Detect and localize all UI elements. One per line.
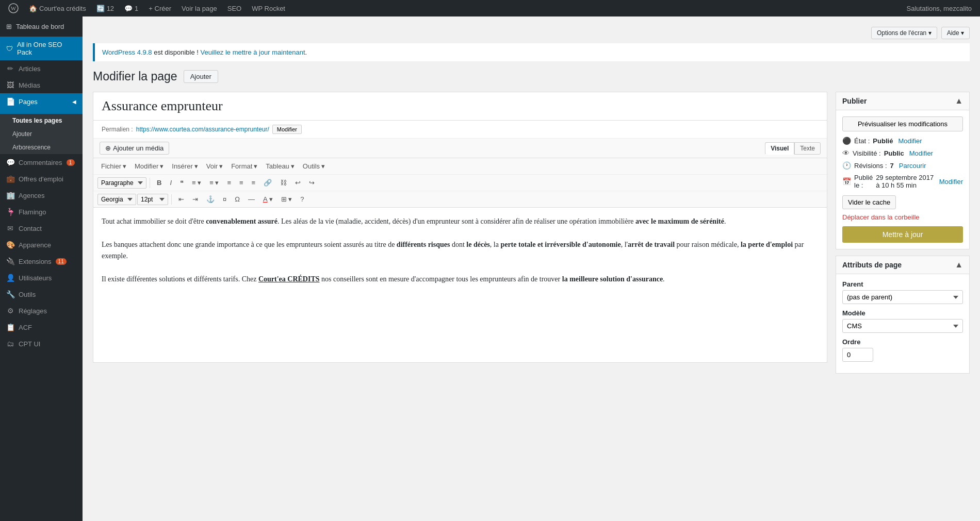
undo-button[interactable]: ↩ (291, 177, 304, 189)
preview-button[interactable]: Prévisualiser les modifications (842, 116, 963, 131)
font-color-button[interactable]: A ▾ (259, 193, 276, 205)
media-plus-icon: ⊕ (105, 144, 111, 152)
sidebar-item-reglages[interactable]: ⚙ Réglages (0, 302, 83, 319)
quote-button[interactable]: ❝ (176, 177, 187, 189)
ordre-input[interactable] (842, 348, 873, 362)
screen-options-button[interactable]: Options de l'écran (871, 27, 937, 39)
seo-item[interactable]: SEO (223, 5, 246, 12)
etat-field: ⚫ État : Publié Modifier (842, 137, 963, 145)
size-select[interactable]: 12pt (137, 194, 168, 205)
permalink-url[interactable]: https://www.courtea.com/assurance-emprun… (136, 126, 269, 133)
sidebar-item-apparence[interactable]: 🎨 Apparence (0, 237, 83, 253)
extensions-badge: 11 (56, 258, 67, 265)
svg-text:W: W (11, 5, 17, 11)
content-paragraph-2: Les banques attachent donc une grande im… (102, 239, 819, 262)
publish-panel-collapse[interactable]: ▲ (955, 96, 963, 106)
agences-icon: 🏢 (6, 191, 14, 199)
submenu-toutes-pages[interactable]: Toutes les pages (0, 114, 83, 127)
site-name-item[interactable]: 🏠 Court'ea crédits (25, 5, 90, 12)
revisions-link[interactable]: Parcourir (899, 162, 926, 170)
toolbar-tableau[interactable]: Tableau ▾ (262, 160, 298, 172)
align-center-button[interactable]: ≡ (236, 177, 247, 189)
deplacer-corbeille-link[interactable]: Déplacer dans la corbeille (842, 213, 920, 221)
paragraph-select[interactable]: Paragraphe (97, 177, 146, 189)
toolbar-fichier[interactable]: Fichier ▾ (97, 160, 130, 172)
modele-select[interactable]: CMS (842, 319, 963, 333)
view-page-item[interactable]: Voir la page (177, 5, 221, 12)
table-button[interactable]: ⊞ ▾ (277, 193, 296, 205)
symbol-button[interactable]: ¤ (219, 193, 230, 205)
link-button[interactable]: 🔗 (260, 177, 275, 189)
toolbar-modifier[interactable]: Modifier ▾ (131, 160, 167, 172)
redo-button[interactable]: ↪ (305, 177, 318, 189)
submenu-ajouter[interactable]: Ajouter (0, 127, 83, 141)
sidebar-item-utilisateurs[interactable]: 👤 Utilisateurs (0, 270, 83, 286)
vider-cache-button[interactable]: Vider le cache (842, 195, 896, 209)
updates-item[interactable]: 🔄 12 (92, 5, 118, 12)
wp-logo-item[interactable]: W (4, 3, 23, 13)
sidebar-item-medias[interactable]: 🖼 Médias (0, 77, 83, 93)
sidebar-item-commentaires[interactable]: 💬 Commentaires 1 (0, 154, 83, 171)
main-content: Options de l'écran Aide WordPress 4.9.8 … (83, 16, 980, 521)
toolbar-outils[interactable]: Outils ▾ (299, 160, 329, 172)
unlink-button[interactable]: ⛓ (276, 177, 290, 189)
mettre-a-jour-button[interactable]: Mettre à jour (842, 226, 963, 243)
sidebar-item-pages[interactable]: 📄 Pages ◀ Toutes les pages Ajouter Arbor… (0, 93, 83, 154)
visual-view-button[interactable]: Visuel (765, 142, 794, 155)
attributes-panel-collapse[interactable]: ▲ (955, 260, 963, 270)
wp-version-link[interactable]: WordPress 4.9.8 (102, 48, 152, 56)
articles-icon: ✏ (6, 64, 14, 73)
sidebar-item-flamingo[interactable]: 🦩 Flamingo (0, 204, 83, 220)
anchor-button[interactable]: ⚓ (203, 193, 218, 205)
help-button[interactable]: Aide (941, 27, 970, 39)
ul-button[interactable]: ≡ ▾ (188, 177, 205, 189)
sidebar-item-dashboard[interactable]: ⊞ Tableau de bord (0, 16, 83, 37)
commentaires-badge: 1 (67, 159, 75, 166)
permalink-edit-button[interactable]: Modifier (272, 125, 302, 134)
toolbar-format[interactable]: Format ▾ (227, 160, 261, 172)
submenu-arborescence[interactable]: Arborescence (0, 141, 83, 154)
extensions-icon: 🔌 (6, 257, 14, 265)
align-left-button[interactable]: ≡ (223, 177, 235, 189)
font-select[interactable]: Georgia (97, 194, 136, 205)
create-item[interactable]: + Créer (144, 5, 175, 12)
toolbar-voir[interactable]: Voir ▾ (203, 160, 226, 172)
sidebar-item-outils[interactable]: 🔧 Outils (0, 286, 83, 302)
etat-edit-link[interactable]: Modifier (898, 137, 922, 145)
sidebar-item-articles[interactable]: ✏ Articles (0, 60, 83, 77)
attributes-panel: Attributs de page ▲ Parent (pas de paren… (836, 256, 970, 374)
indent-button[interactable]: ⇥ (189, 193, 202, 205)
toolbar-inserer[interactable]: Insérer ▾ (168, 160, 201, 172)
updates-icon: 🔄 (96, 5, 105, 12)
omega-button[interactable]: Ω (231, 193, 243, 205)
editor-content-area[interactable]: Tout achat immobilier se doit d'être con… (93, 208, 827, 362)
sidebar-item-offres[interactable]: 💼 Offres d'emploi (0, 171, 83, 187)
add-media-button[interactable]: ⊕ Ajouter un média (100, 142, 169, 155)
outdent-button[interactable]: ⇤ (175, 193, 188, 205)
ol-button[interactable]: ≡ ▾ (206, 177, 222, 189)
reglages-icon: ⚙ (6, 307, 14, 315)
sidebar-item-agences[interactable]: 🏢 Agences (0, 187, 83, 204)
sidebar-item-aioseo[interactable]: 🛡 All in One SEO Pack (0, 37, 83, 60)
wprocket-item[interactable]: WP Rocket (248, 5, 289, 12)
hr-button[interactable]: — (244, 193, 258, 205)
publish-panel-body: Prévisualiser les modifications ⚫ État :… (836, 110, 969, 249)
parent-select[interactable]: (pas de parent) (842, 290, 963, 304)
visibilite-edit-link[interactable]: Modifier (909, 149, 933, 157)
sidebar-item-extensions[interactable]: 🔌 Extensions 11 (0, 253, 83, 270)
sidebar-item-cpt-ui[interactable]: 🗂 CPT UI (0, 335, 83, 352)
contact-icon: ✉ (6, 224, 14, 232)
sidebar-item-acf[interactable]: 📋 ACF (0, 319, 83, 335)
help-toolbar-button[interactable]: ? (297, 193, 307, 205)
update-link[interactable]: Veuillez le mettre à jour maintenant (201, 48, 305, 56)
italic-button[interactable]: I (166, 177, 175, 189)
comments-item[interactable]: 💬 1 (120, 5, 142, 12)
add-new-button[interactable]: Ajouter (184, 70, 218, 83)
post-title-input[interactable] (93, 92, 827, 121)
sidebar-item-contact[interactable]: ✉ Contact (0, 220, 83, 237)
publie-edit-link[interactable]: Modifier (939, 178, 963, 186)
align-right-button[interactable]: ≡ (248, 177, 259, 189)
admin-sidebar: ⊞ Tableau de bord 🛡 All in One SEO Pack … (0, 16, 83, 521)
text-view-button[interactable]: Texte (794, 142, 821, 155)
bold-button[interactable]: B (153, 177, 165, 189)
